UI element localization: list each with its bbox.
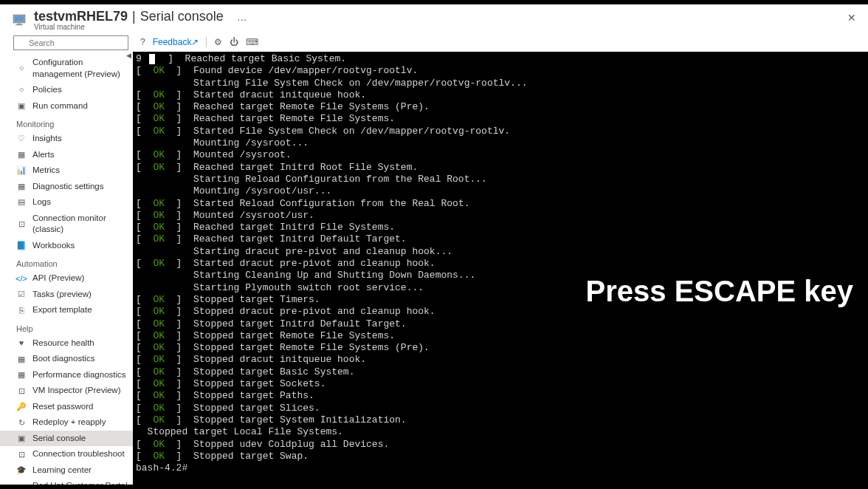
sidebar-item-policies[interactable]: ○Policies: [0, 82, 133, 98]
sidebar-item-boot-diag[interactable]: ▦Boot diagnostics: [0, 351, 133, 367]
title-ellipsis[interactable]: …: [237, 11, 247, 23]
redeploy-icon: ↻: [16, 417, 27, 428]
sidebar-item-perf-diag[interactable]: ▦Performance diagnostics: [0, 367, 133, 383]
reset-password-icon: 🔑: [16, 402, 27, 412]
sidebar-item-label: Diagnostic settings: [32, 181, 104, 193]
title-block: testvmRHEL79 | Serial console … Virtual …: [34, 9, 247, 31]
toolbar-divider: [206, 37, 207, 47]
feedback-link[interactable]: Feedback↗: [153, 37, 199, 47]
api-icon: </>: [16, 273, 27, 284]
sidebar-item-logs[interactable]: ▤Logs: [0, 194, 133, 211]
page-title-sub: Serial console: [140, 9, 224, 24]
page-subtitle: Virtual machine: [34, 23, 247, 31]
help-icon[interactable]: ?: [140, 37, 145, 47]
run-command-icon: ▣: [16, 100, 27, 111]
sidebar-item-label: VM Inspector (Preview): [32, 385, 121, 397]
sidebar-item-label: Connection troubleshoot: [32, 448, 125, 460]
sidebar-item-label: Resource health: [32, 338, 94, 349]
sidebar-item-learning-center[interactable]: 🎓Learning center: [0, 462, 133, 479]
conn-troubleshoot-icon: ⊡: [16, 449, 27, 459]
sidebar-item-label: Redeploy + reapply: [32, 417, 106, 428]
sidebar-item-insights[interactable]: ♡Insights: [0, 131, 133, 147]
sidebar-item-tasks[interactable]: ☑Tasks (preview): [0, 287, 133, 303]
settings-icon[interactable]: ⚙: [214, 37, 222, 47]
keyboard-icon[interactable]: ⌨: [246, 37, 258, 47]
conn-monitor-icon: ⊡: [16, 219, 27, 229]
power-icon[interactable]: ⏻: [230, 37, 238, 47]
sidebar-item-alerts[interactable]: ▦Alerts: [0, 147, 133, 163]
sidebar-item-metrics[interactable]: 📊Metrics: [0, 163, 133, 179]
content-area: ? Feedback↗ ⚙ ⏻ ⌨ 9 ] Reached target Bas…: [133, 33, 868, 485]
serial-console-output[interactable]: 9 ] Reached target Basic System. [ OK ] …: [133, 52, 868, 485]
metrics-icon: 📊: [16, 165, 27, 176]
sidebar-item-label: Configuration management (Preview): [32, 57, 128, 80]
page-title-main: testvmRHEL79: [34, 9, 128, 24]
perf-diag-icon: ▦: [16, 370, 27, 380]
sidebar: ◀ ⌕ ○Configuration management (Preview)○…: [0, 33, 133, 485]
sidebar-item-label: Export template: [32, 304, 92, 316]
export-template-icon: ⎘: [16, 305, 27, 315]
sidebar-item-label: API (Preview): [32, 273, 84, 284]
sidebar-item-label: Metrics: [32, 165, 60, 177]
vm-inspector-icon: ⊡: [16, 386, 27, 396]
learning-center-icon: 🎓: [16, 465, 27, 476]
insights-icon: ♡: [16, 134, 27, 144]
alerts-icon: ▦: [16, 149, 27, 160]
sidebar-item-label: Tasks (preview): [32, 289, 92, 301]
sidebar-item-label: Performance diagnostics: [32, 369, 126, 381]
sidebar-item-reset-password[interactable]: 🔑Reset password: [0, 399, 133, 415]
sidebar-item-label: Policies: [32, 84, 62, 96]
title-separator: |: [132, 9, 136, 24]
sidebar-item-label: Run command: [32, 100, 88, 112]
sidebar-item-label: Reset password: [32, 401, 93, 413]
sidebar-item-run-command[interactable]: ▣Run command: [0, 98, 133, 114]
sidebar-item-label: Boot diagnostics: [32, 353, 94, 365]
svg-rect-3: [16, 24, 23, 25]
policies-icon: ○: [16, 85, 27, 95]
svg-rect-1: [15, 16, 24, 21]
workbooks-icon: 📘: [16, 240, 27, 250]
sidebar-item-resource-health[interactable]: ♥Resource health: [0, 335, 133, 352]
section-automation: Automation: [0, 253, 133, 270]
collapse-icon[interactable]: ◀: [126, 52, 131, 59]
logs-icon: ▤: [16, 197, 27, 208]
sidebar-item-vm-inspector[interactable]: ⊡VM Inspector (Preview): [0, 383, 133, 399]
sidebar-item-label: Learning center: [32, 465, 92, 476]
tasks-icon: ☑: [16, 289, 27, 299]
resource-health-icon: ♥: [16, 338, 27, 348]
sidebar-item-conn-troubleshoot[interactable]: ⊡Connection troubleshoot: [0, 446, 133, 462]
close-button[interactable]: ✕: [847, 12, 856, 24]
svg-rect-2: [17, 24, 21, 24]
toolbar: ? Feedback↗ ⚙ ⏻ ⌨: [133, 33, 868, 52]
bottom-black-bar: [0, 485, 868, 489]
section-monitoring: Monitoring: [0, 114, 133, 131]
sidebar-item-label: Logs: [32, 196, 51, 208]
sidebar-item-redeploy[interactable]: ↻Redeploy + reapply: [0, 414, 133, 431]
sidebar-item-config-mgmt[interactable]: ○Configuration management (Preview): [0, 55, 133, 82]
serial-console-icon: ▣: [16, 434, 27, 444]
boot-diag-icon: ▦: [16, 354, 27, 364]
sidebar-item-label: Insights: [32, 133, 62, 145]
config-mgmt-icon: ○: [16, 64, 27, 74]
cursor-block: [149, 54, 155, 64]
sidebar-item-label: Serial console: [32, 433, 86, 445]
sidebar-item-api[interactable]: </>API (Preview): [0, 270, 133, 287]
vm-icon: [12, 13, 27, 27]
sidebar-item-export-template[interactable]: ⎘Export template: [0, 302, 133, 318]
diag-settings-icon: ▦: [16, 181, 27, 191]
sidebar-item-serial-console[interactable]: ▣Serial console: [0, 431, 133, 447]
sidebar-item-label: Connection monitor (classic): [32, 213, 128, 236]
sidebar-item-workbooks[interactable]: 📘Workbooks: [0, 238, 133, 254]
search-input[interactable]: [13, 35, 128, 50]
sidebar-item-label: Alerts: [32, 149, 54, 161]
sidebar-item-redhat-portal[interactable]: ●Red Hat Customer Portal: [0, 478, 133, 485]
section-help: Help: [0, 318, 133, 335]
sidebar-item-conn-monitor[interactable]: ⊡Connection monitor (classic): [0, 211, 133, 238]
sidebar-item-label: Workbooks: [32, 240, 75, 252]
header: testvmRHEL79 | Serial console … Virtual …: [0, 4, 868, 33]
sidebar-item-diag-settings[interactable]: ▦Diagnostic settings: [0, 179, 133, 195]
